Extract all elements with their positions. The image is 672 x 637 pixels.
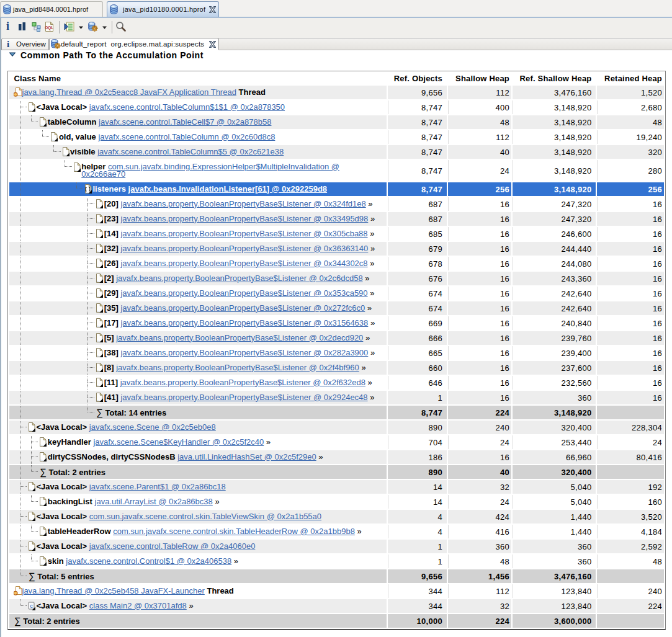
svg-text:i: i [7, 40, 9, 48]
svg-text:i: i [6, 21, 9, 31]
svg-text:OQL: OQL [45, 25, 53, 30]
